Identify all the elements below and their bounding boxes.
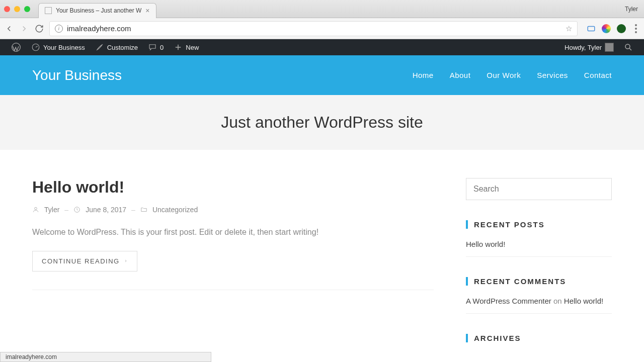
comments-count: 0 [160, 44, 164, 51]
site-tagline: Just another WordPress site [0, 113, 644, 132]
continue-reading-button[interactable]: CONTINUE READING [32, 251, 137, 272]
comment-post-link[interactable]: Hello world! [564, 297, 603, 305]
plus-icon [174, 43, 183, 52]
recent-posts-widget: RECENT POSTS Hello world! [466, 220, 612, 257]
meta-separator: – [131, 206, 135, 214]
brush-icon [95, 43, 104, 52]
profile-label[interactable]: Tyler [625, 6, 638, 13]
bookmark-star-icon[interactable]: ☆ [566, 24, 572, 33]
search-input[interactable] [466, 178, 612, 200]
svg-rect-0 [588, 26, 595, 31]
widget-title-archives: ARCHIVES [466, 334, 612, 342]
admin-site-name: Your Business [43, 44, 85, 51]
widget-title-recent-comments: RECENT COMMENTS [466, 277, 612, 286]
extension-icons [587, 24, 640, 33]
browser-tab[interactable]: Your Business – Just another W × [38, 3, 156, 18]
recent-comments-widget: RECENT COMMENTS A WordPress Commenter on… [466, 277, 612, 314]
post-meta: Tyler – June 8, 2017 – Uncategorized [32, 206, 434, 214]
dashboard-icon [31, 43, 40, 52]
meta-separator: – [64, 206, 68, 214]
browser-toolbar: i imalreadyhere.com ☆ [0, 18, 644, 39]
howdy-text: Howdy, Tyler [565, 44, 602, 51]
svg-point-3 [625, 44, 630, 49]
maximize-window-button[interactable] [24, 6, 30, 12]
tagline-area: Just another WordPress site [0, 95, 644, 150]
site-title[interactable]: Your Business [32, 67, 122, 83]
wp-logo-button[interactable] [6, 39, 26, 55]
main-column: Hello world! Tyler – June 8, 2017 – Unca… [32, 178, 434, 362]
avatar-icon [605, 43, 614, 52]
post-date: June 8, 2017 [86, 206, 126, 214]
customize-link[interactable]: Customize [90, 39, 143, 55]
post-category[interactable]: Uncategorized [152, 206, 198, 214]
browser-tab-strip: Your Business – Just another W × Tyler [0, 0, 644, 18]
site-info-icon[interactable]: i [55, 25, 63, 33]
comments-link[interactable]: 0 [143, 39, 169, 55]
post-author[interactable]: Tyler [44, 206, 59, 214]
site-header: Your Business Home About Our Work Servic… [0, 55, 644, 95]
extension-icon[interactable] [602, 24, 611, 33]
wordpress-icon [11, 42, 21, 52]
search-icon [624, 43, 633, 52]
comment-icon [148, 43, 157, 52]
comment-author-link[interactable]: A WordPress Commenter [466, 297, 551, 305]
forward-button[interactable] [19, 24, 29, 34]
svg-point-4 [35, 207, 37, 210]
post-divider [32, 290, 434, 290]
page-icon [45, 7, 52, 14]
folder-icon [140, 206, 147, 213]
sidebar: RECENT POSTS Hello world! RECENT COMMENT… [466, 178, 612, 362]
tab-title: Your Business – Just another W [56, 7, 141, 14]
reload-button[interactable] [34, 24, 44, 34]
clock-icon [73, 206, 80, 213]
customize-label: Customize [107, 44, 138, 51]
chevron-right-icon [124, 258, 128, 264]
close-tab-icon[interactable]: × [145, 7, 149, 15]
recent-comment-item: A WordPress Commenter on Hello world! [466, 297, 612, 314]
author-icon [32, 206, 39, 213]
back-button[interactable] [4, 24, 14, 34]
recent-post-item: Hello world! [466, 240, 612, 257]
new-content-link[interactable]: New [169, 39, 204, 55]
search-toggle[interactable] [619, 39, 638, 55]
url-text: imalreadyhere.com [67, 24, 131, 33]
widget-title-recent-posts: RECENT POSTS [466, 220, 612, 229]
close-window-button[interactable] [4, 6, 10, 12]
extension-icon[interactable] [587, 24, 596, 33]
nav-services[interactable]: Services [537, 71, 568, 79]
new-label: New [186, 44, 199, 51]
post-title[interactable]: Hello world! [32, 178, 434, 197]
user-account-link[interactable]: Howdy, Tyler [559, 39, 619, 55]
archives-widget: ARCHIVES [466, 334, 612, 342]
wp-admin-bar: Your Business Customize 0 New Howdy, Tyl… [0, 39, 644, 55]
nav-our-work[interactable]: Our Work [487, 71, 521, 79]
browser-menu-icon[interactable] [632, 24, 640, 33]
nav-home[interactable]: Home [413, 71, 434, 79]
minimize-window-button[interactable] [14, 6, 20, 12]
nav-about[interactable]: About [450, 71, 471, 79]
site-name-link[interactable]: Your Business [26, 39, 90, 55]
primary-nav: Home About Our Work Services Contact [413, 71, 612, 79]
status-bar: imalreadyhere.com [0, 352, 211, 362]
comment-on-text: on [551, 297, 564, 305]
recent-post-link[interactable]: Hello world! [466, 240, 505, 248]
address-bar[interactable]: i imalreadyhere.com ☆ [49, 21, 578, 36]
window-controls [4, 6, 30, 12]
nav-contact[interactable]: Contact [584, 71, 612, 79]
extension-icon[interactable] [617, 24, 626, 33]
continue-reading-label: CONTINUE READING [42, 257, 120, 265]
content-area: Hello world! Tyler – June 8, 2017 – Unca… [0, 150, 644, 362]
post-excerpt: Welcome to WordPress. This is your first… [32, 226, 434, 239]
